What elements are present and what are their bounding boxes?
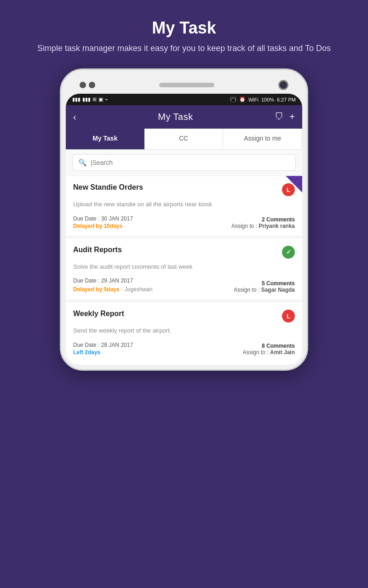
search-bar: 🔍 [66,150,302,176]
tab-my-task[interactable]: My Task [66,129,144,149]
battery-label: 100% [261,97,274,102]
task-comments: 2 Comments [231,216,295,223]
task-footer: Due Date : 28 JAN 2017 Left 2days 8 Comm… [73,342,295,356]
phone-notch [66,74,302,94]
task-title: Audit Reports [73,246,278,254]
status-right: 📳 ⏰ WiFi 100% 6:27 PM [230,96,296,102]
app-bar-actions: ⛉ + [275,112,295,122]
task-status: Delayed by 10days [73,223,133,229]
page-title: My Task [152,18,216,38]
task-description: Send the weekly report of the airport. [73,326,295,335]
task-badge: ✓ [282,246,295,259]
app-bar-left: ‹ [73,112,76,122]
task-list: New Standie Orders L Upload the new stan… [66,176,302,362]
phone-screen: ▮▮▮ ▮▮▮ ⊞ ▣ ⌁ 📳 ⏰ WiFi 100% 6:27 PM ‹ My… [66,94,302,365]
task-description: Upload the new standie on all the airpor… [73,200,295,209]
assign-label: Assign to : [243,349,269,356]
task-footer: Due Date : 30 JAN 2017 Delayed by 10days… [73,215,295,229]
phone-dots [80,82,95,88]
task-sub-info: · Jogeshwari [121,286,152,293]
app-bar-title: My Task [158,112,193,122]
task-status: Delayed by 5days [73,286,120,293]
task-due-date: Due Date : 28 JAN 2017 [73,342,133,348]
task-assignee-label: Assign to : Amit Jain [243,349,295,356]
assign-label: Assign to : [231,223,257,229]
status-bar: ▮▮▮ ▮▮▮ ⊞ ▣ ⌁ 📳 ⏰ WiFi 100% 6:27 PM [66,94,302,105]
tab-assign-to-me[interactable]: Assign to me [223,129,302,149]
phone-camera [278,80,288,90]
search-input[interactable] [91,159,290,166]
task-description: Solve the audit report comments of last … [73,262,295,271]
task-meta-right: 8 Comments Assign to : Amit Jain [243,343,295,356]
image-icon: ⊞ [92,96,97,102]
task-card[interactable]: Audit Reports ✓ Solve the audit report c… [66,238,302,300]
add-button[interactable]: + [289,112,295,122]
task-card-header: Weekly Report L [73,310,295,322]
task-due-date: Due Date : 29 JAN 2017 [73,277,153,284]
page-subtitle: Simple task manager makes it easy for yo… [10,42,358,55]
status-left: ▮▮▮ ▮▮▮ ⊞ ▣ ⌁ [72,96,108,102]
wifi-icon: WiFi [248,97,259,102]
signal2-icon: ▮▮▮ [82,96,91,102]
memory-icon: ▣ [98,96,103,102]
task-card[interactable]: New Standie Orders L Upload the new stan… [66,176,302,236]
task-status: Left 2days [73,349,133,356]
task-assignee-name: Sagar Nagda [261,287,295,293]
tab-bar: My Task CC Assign to me [66,129,302,150]
task-footer-left: Due Date : 28 JAN 2017 Left 2days [73,342,133,356]
time-label: 6:27 PM [277,97,296,102]
usb-icon: ⌁ [105,96,108,102]
task-due-date: Due Date : 30 JAN 2017 [73,215,133,222]
task-footer: Due Date : 29 JAN 2017 Delayed by 5days … [73,277,295,293]
task-status-extra: Delayed by 5days · Jogeshwari [73,285,153,293]
task-title: New Standie Orders [73,183,278,192]
phone-dot-1 [80,82,86,88]
task-card-header: New Standie Orders L [73,183,295,196]
task-footer-left: Due Date : 30 JAN 2017 Delayed by 10days [73,215,133,229]
task-assignee-name: Amit Jain [270,349,295,356]
task-card-header: Audit Reports ✓ [73,246,295,259]
vibrate-icon: 📳 [230,96,236,102]
alarm-icon: ⏰ [239,96,246,102]
task-title: Weekly Report [73,310,278,318]
task-meta-right: 5 Comments Assign to : Sagar Nagda [234,280,295,293]
task-card[interactable]: Weekly Report L Send the weekly report o… [66,302,302,362]
task-assignee-label: Assign to : Priyank ranka [231,223,295,229]
signal-icon: ▮▮▮ [72,96,80,102]
filter-button[interactable]: ⛉ [275,112,284,122]
search-icon: 🔍 [78,158,87,167]
task-comments: 8 Comments [243,343,295,349]
search-wrap[interactable]: 🔍 [72,154,296,171]
task-badge: L [282,310,295,322]
task-footer-left: Due Date : 29 JAN 2017 Delayed by 5days … [73,277,153,293]
app-bar: ‹ My Task ⛉ + [66,105,302,129]
task-meta-right: 2 Comments Assign to : Priyank ranka [231,216,295,229]
task-comments: 5 Comments [234,280,295,287]
phone-dot-2 [89,82,95,88]
task-assignee-label: Assign to : Sagar Nagda [234,287,295,293]
corner-ribbon [286,176,302,192]
back-button[interactable]: ‹ [73,112,76,122]
task-assignee-name: Priyank ranka [259,223,295,229]
assign-label: Assign to : [234,287,259,293]
tab-cc[interactable]: CC [144,129,224,149]
phone-speaker [159,83,214,87]
phone-frame: ▮▮▮ ▮▮▮ ⊞ ▣ ⌁ 📳 ⏰ WiFi 100% 6:27 PM ‹ My… [60,68,308,371]
